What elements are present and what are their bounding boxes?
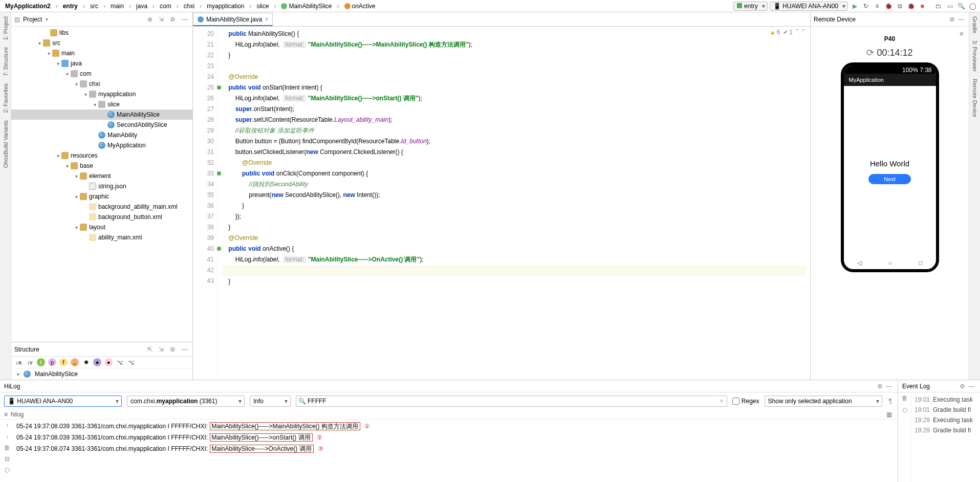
filter-lambda-icon[interactable]: 🔒 [71, 358, 79, 366]
crumb-10[interactable]: onActive [342, 3, 378, 10]
inspection-widget[interactable]: 6 1 ˄ ˅ [770, 29, 805, 36]
structure-tree-icon[interactable]: ⌥ [116, 358, 124, 366]
hide-icon[interactable]: — [180, 16, 189, 23]
avd-icon[interactable]: ▭ [945, 2, 954, 11]
bug-icon[interactable]: 🐞 [884, 2, 893, 11]
structure-collapse-icon[interactable]: ⇱ [146, 346, 154, 353]
tree-libs[interactable]: libs [11, 28, 192, 38]
filter-field-icon[interactable]: f [59, 358, 68, 366]
ev-settings-icon[interactable]: ⬡ [902, 407, 907, 414]
device-close-icon[interactable]: × [960, 30, 964, 38]
structure-expand-icon[interactable]: ⇲ [157, 346, 165, 353]
tree-chxi[interactable]: ▾chxi [11, 79, 192, 89]
ev-trash-icon[interactable]: 🗑 [902, 395, 908, 402]
module-dropdown[interactable]: entry [733, 2, 768, 11]
filter-class-icon[interactable]: I [37, 358, 45, 366]
attach-icon[interactable]: ≡ [873, 2, 882, 11]
crumb-5[interactable]: com [158, 3, 173, 10]
tooltab-favorites[interactable]: 2: Favorites [3, 82, 9, 114]
crumb-6[interactable]: chxi [182, 3, 197, 10]
device-gear-icon[interactable]: ⚙ [948, 16, 956, 23]
tree-slice[interactable]: ▾slice [11, 99, 192, 109]
hilog-process-select[interactable]: com.chxi.myapplication (3361) [127, 396, 245, 407]
log-settings-icon[interactable]: ⬡ [5, 467, 10, 474]
structure-gear-icon[interactable]: ⚙ [168, 346, 177, 353]
structure-body[interactable]: ▾MainAbilitySlice [11, 368, 192, 380]
tooltab-project[interactable]: 1: Project [3, 15, 9, 41]
crumb-9[interactable]: MainAbilitySlice [279, 3, 334, 10]
run-icon[interactable]: ▶ [850, 2, 859, 11]
tree-com[interactable]: ▾com [11, 69, 192, 79]
filter-b-icon[interactable]: ● [104, 358, 113, 366]
tooltab-structure[interactable]: 7: Structure [3, 46, 9, 77]
search-icon[interactable]: 🔍 [956, 2, 966, 11]
structure-hide-icon[interactable]: — [180, 346, 189, 353]
structure-more-icon[interactable]: ✱ [82, 358, 90, 366]
eventlog-gear-icon[interactable]: ⚙ [958, 383, 967, 390]
crumb-3[interactable]: main [108, 3, 126, 10]
close-tab-icon[interactable]: × [265, 16, 268, 23]
crumb-4[interactable]: java [134, 3, 149, 10]
tree-base[interactable]: ▾base [11, 161, 192, 171]
code-area[interactable]: public MainAbilitySlice() { HiLog.info(l… [217, 27, 810, 380]
crumb-2[interactable]: src [88, 3, 100, 10]
next-button[interactable]: Next [868, 174, 911, 184]
tree-bg-button[interactable]: background_button.xml [11, 212, 192, 222]
filter-anon-icon[interactable]: ● [93, 358, 101, 366]
phone-screen[interactable]: 100% 7:38 MyApplication Hello World Next… [844, 65, 936, 269]
tooltab-gradle[interactable]: Gradle [972, 15, 978, 34]
tree-graphic[interactable]: ▾graphic [11, 191, 192, 202]
line-gutter[interactable]: 20 21 22 23 24 25 26 27 28 29 30 31 32 3… [193, 27, 217, 380]
structure-flat-icon[interactable]: ⌥ [127, 358, 135, 366]
inspection-down-icon[interactable]: ˅ [802, 29, 805, 36]
tree-ability-main[interactable]: ability_main.xml [11, 232, 192, 243]
user-icon[interactable]: ◯ [968, 2, 977, 11]
hilog-gear-icon[interactable]: ⚙ [876, 383, 884, 390]
filter-property-icon[interactable]: p [48, 358, 56, 366]
sync-icon[interactable]: 🗀 [934, 2, 943, 11]
gear-icon[interactable]: ⚙ [168, 16, 177, 23]
crumb-8[interactable]: slice [254, 3, 271, 10]
debug-restart-icon[interactable]: ↻ [861, 2, 870, 11]
hilog-search-input[interactable]: FFFFF× [296, 396, 727, 407]
expand-icon[interactable]: ⇲ [157, 16, 165, 23]
regex-checkbox[interactable]: Regex [732, 398, 759, 405]
stop-icon[interactable]: ■ [918, 2, 927, 11]
inspection-up-icon[interactable]: ˄ [796, 29, 799, 36]
tree-element[interactable]: ▾element [11, 171, 192, 181]
sort-az-icon[interactable]: ↓a [14, 358, 23, 366]
tree-bg-main[interactable]: background_ability_main.xml [11, 202, 192, 212]
tooltab-buildvariants[interactable]: OhosBuild Variants [3, 119, 9, 169]
coverage-icon[interactable]: 🐞 [906, 2, 916, 11]
tree-mainabilityslice[interactable]: MainAbilitySlice [11, 109, 192, 120]
tab-mainabilityslice[interactable]: MainAbilitySlice.java × [193, 13, 273, 26]
tree-src[interactable]: ▾src [11, 38, 192, 48]
hilog-output[interactable]: 05-24 19:37:08.039 3361-3361/com.chxi.my… [14, 420, 898, 482]
tree-secondabilityslice[interactable]: SecondAbilitySlice [11, 120, 192, 130]
crumb-0[interactable]: MyApplication2 [3, 3, 53, 10]
phone-navbar[interactable]: ◁○□ [844, 257, 936, 269]
log-up-icon[interactable]: ↑ [6, 422, 9, 429]
device-dropdown[interactable]: 📱 HUAWEI ANA-AN00 [770, 2, 848, 11]
tree-myapplication-cls[interactable]: MyApplication [11, 140, 192, 150]
tree-main[interactable]: ▾main [11, 48, 192, 58]
profile-icon[interactable]: ⧉ [895, 2, 904, 11]
device-hide-icon[interactable]: — [956, 16, 966, 23]
sort-vis-icon[interactable]: ↓v [26, 358, 34, 366]
tooltab-remotedevice[interactable]: Remote Device [972, 78, 978, 118]
clear-search-icon[interactable]: × [720, 398, 724, 405]
hilog-wrap-icon[interactable]: ¶ [887, 398, 894, 405]
locate-icon[interactable]: ⊕ [146, 16, 154, 23]
tree-myapplication[interactable]: ▾myapplication [11, 89, 192, 99]
code-editor[interactable]: 6 1 ˄ ˅ 20 21 22 23 24 25 26 27 28 29 30 [193, 27, 810, 380]
eventlog-body[interactable]: 19:01Executing task 19:01Gradle build fi… [911, 392, 980, 482]
tree-java[interactable]: ▾java [11, 58, 192, 69]
log-trash-icon[interactable]: 🗑 [4, 444, 10, 451]
hilog-level-select[interactable]: Info [250, 396, 291, 407]
crumb-1[interactable]: entry [61, 3, 80, 10]
log-split-icon[interactable]: ⊟ [5, 455, 10, 463]
hilog-scope-select[interactable]: Show only selected application [765, 396, 882, 407]
crumb-7[interactable]: myapplication [205, 3, 246, 10]
tooltab-previewer[interactable]: 3: Previewer [972, 39, 978, 73]
tree-layout[interactable]: ▾layout [11, 222, 192, 232]
